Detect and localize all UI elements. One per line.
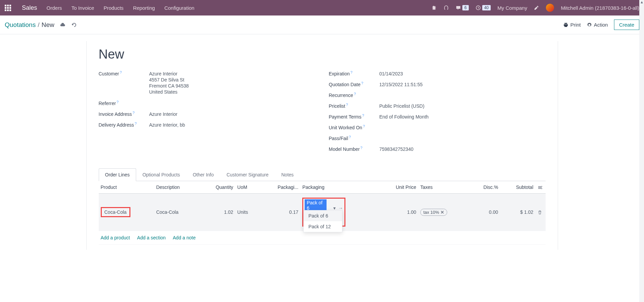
brand[interactable]: Sales [22, 4, 37, 11]
add-note-link[interactable]: Add a note [173, 235, 196, 240]
activities-badge: 40 [482, 5, 491, 10]
col-packaging-qty[interactable]: Packagi... [259, 181, 300, 194]
cell-packaging-qty[interactable]: 0.17 [259, 194, 300, 231]
cell-quantity[interactable]: 1.02 [200, 194, 235, 231]
page-title: New [99, 41, 546, 71]
payment-terms-label: Payment Terms? [329, 114, 379, 120]
packaging-input[interactable]: Pack of 6 [305, 199, 327, 211]
col-quantity[interactable]: Quantity [200, 181, 235, 194]
scroll-up-icon[interactable]: ▲ [640, 0, 644, 4]
col-options[interactable] [535, 181, 546, 194]
company-name[interactable]: My Company [497, 5, 527, 11]
passfail-value[interactable] [379, 136, 546, 141]
col-unit-price[interactable]: Unit Price [378, 181, 418, 194]
cell-unit-price[interactable]: 1.00 [378, 194, 418, 231]
user-name[interactable]: Mitchell Admin (21870383-16-0-all) [561, 5, 639, 11]
action-button[interactable]: Action [587, 22, 608, 28]
customer-value[interactable]: Azure Interior 4557 De Silva St Fremont … [149, 71, 315, 95]
tax-pill[interactable]: tax 10% ✕ [420, 209, 447, 216]
add-section-link[interactable]: Add a section [137, 235, 166, 240]
dropdown-option-pack-6[interactable]: Pack of 6 [304, 210, 342, 221]
nav-orders[interactable]: Orders [47, 5, 62, 11]
tools-icon[interactable] [534, 5, 539, 10]
referrer-label: Referrer? [99, 101, 149, 106]
invoice-address-value[interactable]: Azure Interior [149, 111, 315, 117]
quotation-date-label: Quotation Date? [329, 82, 379, 87]
print-label: Print [570, 22, 581, 28]
nav-right: 6 40 My Company Mitchell Admin (21870383… [431, 4, 639, 12]
activities-icon[interactable]: 40 [476, 5, 491, 10]
col-packaging[interactable]: Packaging [300, 181, 378, 194]
unit-worked-value[interactable] [379, 125, 546, 130]
discard-icon[interactable] [71, 22, 77, 28]
col-uom[interactable]: UoM [235, 181, 259, 194]
tabs: Order Lines Optional Products Other Info… [99, 168, 546, 181]
product-highlight: Coca-Cola [101, 207, 130, 217]
col-product[interactable]: Product [99, 181, 154, 194]
messages-badge: 6 [462, 5, 469, 10]
delivery-address-value[interactable]: Azure Interior, bb [149, 122, 315, 128]
cell-subtotal: $ 1.02 [500, 194, 535, 231]
cloud-save-icon[interactable] [60, 22, 66, 28]
pricelist-value[interactable]: Public Pricelist (USD) [379, 103, 546, 109]
cell-uom[interactable]: Units [235, 194, 259, 231]
unit-worked-label: Unit Worked On? [329, 125, 379, 130]
breadcrumb-sep: / [38, 21, 39, 29]
tab-notes[interactable]: Notes [275, 168, 300, 181]
tab-customer-signature[interactable]: Customer Signature [220, 168, 275, 181]
messages-icon[interactable]: 6 [456, 5, 469, 10]
packaging-dropdown: Pack of 6 Pack of 12 [303, 210, 342, 232]
breadcrumb-bar: Quotations / New Print Action Create [0, 15, 644, 34]
model-number-value[interactable]: 7598342752340 [379, 146, 546, 152]
cell-packaging[interactable]: Pack of 6 ▾ → Pack of 6 Pack of 12 [300, 194, 378, 231]
recurrence-label: Recurrence? [329, 93, 379, 98]
order-table: Product Description Quantity UoM Packagi… [99, 181, 546, 245]
referrer-value[interactable] [149, 101, 315, 106]
cell-product[interactable]: Coca-Cola [99, 194, 154, 231]
tab-other-info[interactable]: Other Info [186, 168, 220, 181]
payment-terms-value[interactable]: End of Following Month [379, 114, 546, 120]
tax-label: tax 10% [423, 210, 439, 215]
avatar[interactable] [546, 4, 554, 12]
form-sheet: New Customer? Azure Interior 4557 De Sil… [86, 41, 558, 250]
cell-taxes[interactable]: tax 10% ✕ [418, 194, 469, 231]
tab-optional-products[interactable]: Optional Products [136, 168, 186, 181]
trash-icon[interactable] [538, 209, 542, 215]
cell-description[interactable]: Coca-Cola [154, 194, 200, 231]
main: New Customer? Azure Interior 4557 De Sil… [0, 34, 644, 263]
col-subtotal[interactable]: Subtotal [500, 181, 535, 194]
expiration-value[interactable]: 01/14/2023 [379, 71, 546, 76]
action-label: Action [594, 22, 608, 28]
scrollbar[interactable]: ▲ [639, 0, 644, 263]
col-disc[interactable]: Disc.% [469, 181, 500, 194]
customer-label: Customer? [99, 71, 149, 95]
breadcrumb-actions: Print Action Create [563, 20, 639, 30]
tab-order-lines[interactable]: Order Lines [99, 168, 136, 181]
add-product-link[interactable]: Add a product [101, 235, 130, 240]
recurrence-value[interactable] [379, 93, 546, 98]
create-button[interactable]: Create [614, 20, 639, 30]
nav-products[interactable]: Products [103, 5, 123, 11]
pricelist-label: Pricelist? [329, 103, 379, 109]
form-columns: Customer? Azure Interior 4557 De Silva S… [99, 71, 546, 157]
nav-left: Sales Orders To Invoice Products Reporti… [5, 4, 194, 11]
col-taxes[interactable]: Taxes [418, 181, 469, 194]
col-description[interactable]: Description [154, 181, 200, 194]
remove-tax-icon[interactable]: ✕ [440, 210, 444, 215]
cell-disc[interactable]: 0.00 [469, 194, 500, 231]
support-icon[interactable] [443, 5, 449, 10]
apps-icon[interactable] [5, 5, 11, 11]
breadcrumb-parent[interactable]: Quotations [5, 21, 36, 29]
dropdown-option-pack-12[interactable]: Pack of 12 [304, 221, 342, 232]
table-row[interactable]: Coca-Cola Coca-Cola 1.02 Units 0.17 Pack… [99, 194, 546, 231]
quotation-date-value[interactable]: 12/15/2022 11:51:55 [379, 82, 546, 87]
model-number-label: Model Number? [329, 146, 379, 152]
passfail-label: Pass/Fail? [329, 136, 379, 141]
cell-delete[interactable] [535, 194, 546, 231]
print-button[interactable]: Print [563, 22, 581, 28]
debug-icon[interactable] [431, 5, 437, 10]
nav-configuration[interactable]: Configuration [164, 5, 194, 11]
expiration-label: Expiration? [329, 71, 379, 76]
nav-reporting[interactable]: Reporting [133, 5, 155, 11]
nav-to-invoice[interactable]: To Invoice [71, 5, 94, 11]
